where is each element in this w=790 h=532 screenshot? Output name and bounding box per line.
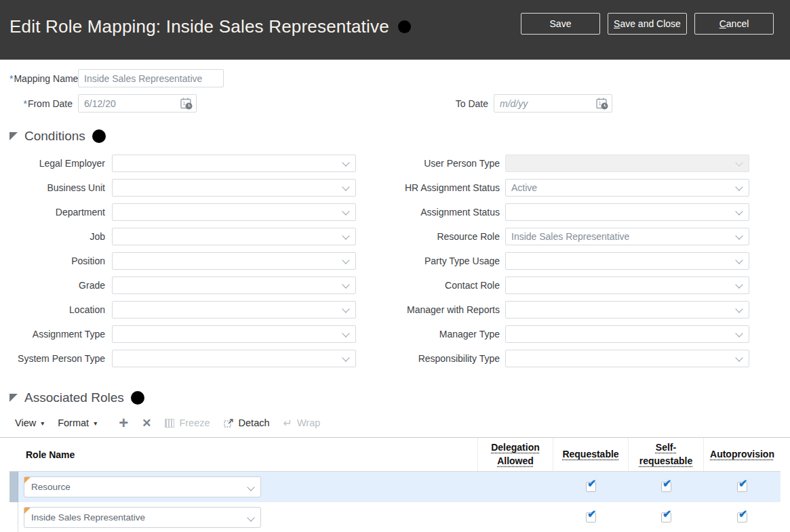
- check-icon: ✔: [587, 478, 596, 489]
- table-header-row: Role Name Delegation Allowed Requestable…: [9, 438, 781, 472]
- check-icon: ✔: [663, 509, 671, 520]
- wrap-icon: ↵: [283, 417, 292, 430]
- requestable-checkbox[interactable]: ✔: [586, 512, 596, 523]
- party-type-usage-dropdown[interactable]: [505, 252, 749, 270]
- chevron-down-icon: [735, 329, 743, 337]
- freeze-label: Freeze: [179, 417, 210, 428]
- mapping-name-input[interactable]: [78, 69, 224, 87]
- from-date-label: *From Date: [9, 98, 78, 109]
- masked-dot: [131, 391, 144, 405]
- to-date-input[interactable]: [494, 94, 612, 112]
- mapping-name-label-text: Mapping Name: [14, 73, 78, 84]
- system-person-type-dropdown[interactable]: [112, 350, 356, 367]
- department-dropdown[interactable]: [112, 203, 356, 221]
- requestable-column-header[interactable]: Requestable: [553, 438, 629, 471]
- chevron-down-icon: [735, 207, 743, 215]
- autoprovision-checkbox[interactable]: ✔: [737, 482, 747, 492]
- save-close-accesskey: S: [614, 18, 620, 29]
- save-button[interactable]: Save: [521, 13, 600, 35]
- assignment-type-dropdown[interactable]: [112, 325, 356, 343]
- location-dropdown[interactable]: [112, 301, 356, 319]
- chevron-down-icon: [247, 514, 254, 521]
- manager-type-dropdown[interactable]: [505, 325, 749, 343]
- assignment-status-label: Assignment Status: [356, 207, 505, 218]
- resource-role-value: Inside Sales Representative: [511, 231, 629, 242]
- self-requestable-checkbox[interactable]: ✔: [661, 482, 671, 492]
- calendar-clock-icon[interactable]: 1: [595, 97, 609, 110]
- table-row[interactable]: Inside Sales Representative ✔ ✔ ✔ ✔: [9, 502, 781, 532]
- chevron-down-icon: [735, 281, 743, 288]
- responsibility-type-label: Responsibility Type: [356, 353, 505, 364]
- grade-label: Grade: [9, 280, 112, 291]
- role-name-dropdown[interactable]: Resource: [24, 476, 261, 497]
- check-icon: ✔: [738, 478, 747, 489]
- assignment-status-dropdown[interactable]: [505, 203, 749, 221]
- delegation-allowed-column-header[interactable]: Delegation Allowed: [478, 438, 553, 471]
- page-header: Edit Role Mapping: Inside Sales Represen…: [0, 0, 790, 60]
- chevron-down-icon: [735, 183, 743, 190]
- to-date-label-text: To Date: [456, 98, 488, 109]
- resource-role-label: Resource Role: [356, 231, 505, 242]
- add-row-button[interactable]: +: [119, 416, 128, 430]
- view-menu[interactable]: View▾: [15, 417, 44, 428]
- chevron-down-icon: [342, 354, 349, 361]
- conditions-section-title: Conditions: [24, 129, 85, 144]
- check-icon: ✔: [663, 478, 671, 489]
- detach-label: Detach: [239, 417, 270, 428]
- party-type-usage-label: Party Type Usage: [356, 255, 505, 266]
- autoprovision-checkbox[interactable]: ✔: [737, 512, 747, 523]
- chevron-down-icon: [342, 232, 349, 239]
- chevron-down-icon: [342, 281, 349, 288]
- resource-role-dropdown[interactable]: Inside Sales Representative: [505, 228, 749, 245]
- grade-dropdown[interactable]: [112, 277, 356, 294]
- chevron-down-icon: [342, 329, 349, 337]
- associated-roles-section-title: Associated Roles: [24, 390, 124, 405]
- contact-role-label: Contact Role: [356, 280, 505, 291]
- header-actions: Save Save and Close Cancel: [521, 13, 774, 35]
- detach-button[interactable]: Detach: [224, 417, 270, 428]
- cancel-button[interactable]: Cancel: [694, 13, 774, 35]
- mapping-name-label: *Mapping Name: [9, 73, 78, 84]
- delete-row-button[interactable]: ✕: [142, 416, 151, 430]
- check-icon: ✔: [738, 509, 747, 520]
- chevron-down-icon: [342, 305, 349, 312]
- caret-down-icon: ▾: [41, 420, 44, 427]
- business-unit-label: Business Unit: [9, 182, 112, 193]
- row-selector[interactable]: [9, 472, 18, 502]
- chevron-down-icon: [247, 483, 254, 491]
- table-row[interactable]: Resource ✔ ✔ ✔ ✔: [9, 472, 781, 502]
- masked-dot: [92, 129, 106, 143]
- role-name-dropdown[interactable]: Inside Sales Representative: [24, 507, 261, 528]
- page-title-text: Edit Role Mapping: Inside Sales Represen…: [9, 16, 389, 37]
- hr-assignment-status-dropdown[interactable]: Active: [505, 179, 749, 197]
- position-dropdown[interactable]: [112, 252, 356, 270]
- format-menu[interactable]: Format▾: [58, 417, 97, 428]
- associated-roles-table: Role Name Delegation Allowed Requestable…: [9, 438, 781, 532]
- detach-icon: [224, 418, 234, 428]
- contact-role-dropdown[interactable]: [505, 277, 749, 294]
- modified-marker-icon: [24, 508, 31, 514]
- modified-marker-icon: [24, 477, 31, 483]
- mapping-form: *Mapping Name *From Date 1 To Date: [9, 69, 781, 112]
- calendar-clock-icon[interactable]: 1: [180, 97, 193, 110]
- self-requestable-checkbox[interactable]: ✔: [661, 512, 671, 523]
- associated-roles-section-header[interactable]: Associated Roles: [9, 390, 781, 405]
- manager-with-reports-dropdown[interactable]: [505, 301, 749, 319]
- autoprovision-column-header[interactable]: Autoprovision: [704, 438, 781, 471]
- job-dropdown[interactable]: [112, 228, 356, 245]
- from-date-input[interactable]: [78, 94, 197, 112]
- responsibility-type-dropdown[interactable]: [505, 350, 749, 367]
- position-label: Position: [9, 255, 112, 266]
- legal-employer-dropdown[interactable]: [112, 155, 356, 172]
- self-requestable-column-header[interactable]: Self-requestable: [629, 438, 704, 471]
- business-unit-dropdown[interactable]: [112, 179, 356, 197]
- from-date-label-text: From Date: [28, 98, 73, 109]
- hr-assignment-status-label: HR Assignment Status: [356, 182, 505, 193]
- save-and-close-button[interactable]: Save and Close: [608, 13, 687, 35]
- to-date-label: To Date: [434, 98, 494, 109]
- conditions-section-header[interactable]: Conditions: [9, 129, 781, 144]
- freeze-icon: [165, 419, 174, 428]
- requestable-checkbox[interactable]: ✔: [586, 482, 596, 492]
- row-selector[interactable]: [9, 502, 18, 532]
- role-name-column-header: Role Name: [9, 438, 478, 471]
